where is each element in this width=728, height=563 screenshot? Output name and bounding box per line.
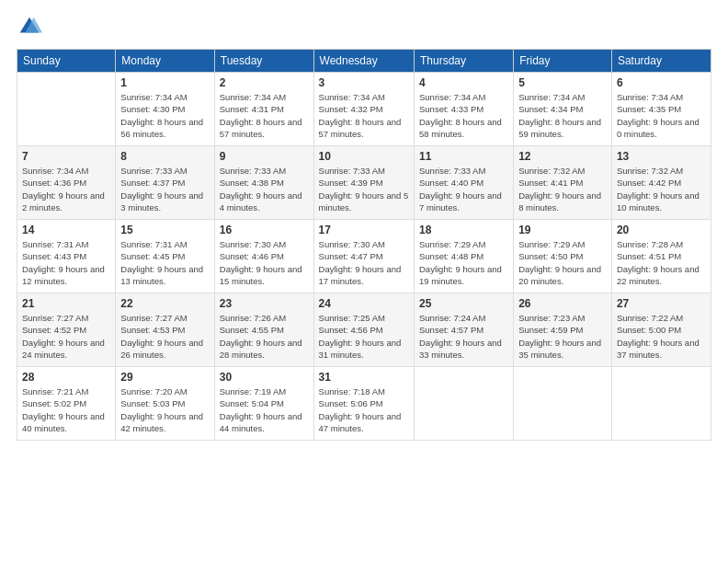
day-cell: 2Sunrise: 7:34 AMSunset: 4:31 PMDaylight… xyxy=(214,73,313,146)
weekday-header-saturday: Saturday xyxy=(611,50,711,73)
day-cell: 13Sunrise: 7:32 AMSunset: 4:42 PMDayligh… xyxy=(611,146,711,220)
week-row-4: 28Sunrise: 7:21 AMSunset: 5:02 PMDayligh… xyxy=(17,367,711,441)
day-info: Sunrise: 7:24 AMSunset: 4:57 PMDaylight:… xyxy=(419,312,508,361)
day-cell: 28Sunrise: 7:21 AMSunset: 5:02 PMDayligh… xyxy=(17,367,116,441)
day-number: 16 xyxy=(220,224,309,236)
day-cell: 8Sunrise: 7:33 AMSunset: 4:37 PMDaylight… xyxy=(116,146,214,220)
day-info: Sunrise: 7:21 AMSunset: 5:02 PMDaylight:… xyxy=(22,385,110,434)
day-cell: 9Sunrise: 7:33 AMSunset: 4:38 PMDaylight… xyxy=(214,146,313,220)
weekday-header-tuesday: Tuesday xyxy=(214,50,313,73)
day-number: 28 xyxy=(22,371,110,384)
day-number: 31 xyxy=(319,371,409,384)
day-info: Sunrise: 7:33 AMSunset: 4:38 PMDaylight:… xyxy=(220,165,309,213)
day-number: 17 xyxy=(319,224,409,236)
day-info: Sunrise: 7:18 AMSunset: 5:06 PMDaylight:… xyxy=(319,385,409,434)
day-cell: 31Sunrise: 7:18 AMSunset: 5:06 PMDayligh… xyxy=(313,367,414,441)
day-info: Sunrise: 7:34 AMSunset: 4:35 PMDaylight:… xyxy=(617,91,706,140)
day-number: 5 xyxy=(518,76,607,89)
day-number: 8 xyxy=(120,150,209,163)
day-number: 21 xyxy=(22,297,110,310)
day-cell xyxy=(611,367,711,441)
day-cell: 19Sunrise: 7:29 AMSunset: 4:50 PMDayligh… xyxy=(514,220,612,293)
day-info: Sunrise: 7:20 AMSunset: 5:03 PMDaylight:… xyxy=(120,385,209,434)
day-info: Sunrise: 7:27 AMSunset: 4:52 PMDaylight:… xyxy=(22,312,110,361)
day-cell xyxy=(514,367,612,441)
day-number: 2 xyxy=(220,76,309,89)
day-info: Sunrise: 7:32 AMSunset: 4:42 PMDaylight:… xyxy=(617,165,706,213)
day-number: 1 xyxy=(120,76,209,89)
day-info: Sunrise: 7:33 AMSunset: 4:40 PMDaylight:… xyxy=(419,165,508,213)
day-info: Sunrise: 7:22 AMSunset: 5:00 PMDaylight:… xyxy=(617,312,706,361)
day-info: Sunrise: 7:29 AMSunset: 4:50 PMDaylight:… xyxy=(518,238,607,287)
day-info: Sunrise: 7:33 AMSunset: 4:39 PMDaylight:… xyxy=(319,165,409,213)
day-info: Sunrise: 7:33 AMSunset: 4:37 PMDaylight:… xyxy=(120,165,209,213)
week-row-3: 21Sunrise: 7:27 AMSunset: 4:52 PMDayligh… xyxy=(17,293,711,367)
day-info: Sunrise: 7:30 AMSunset: 4:46 PMDaylight:… xyxy=(220,238,309,287)
day-info: Sunrise: 7:34 AMSunset: 4:30 PMDaylight:… xyxy=(120,91,209,140)
day-cell: 23Sunrise: 7:26 AMSunset: 4:55 PMDayligh… xyxy=(214,293,313,367)
week-row-1: 7Sunrise: 7:34 AMSunset: 4:36 PMDaylight… xyxy=(17,146,711,220)
week-row-0: 1Sunrise: 7:34 AMSunset: 4:30 PMDaylight… xyxy=(17,73,711,146)
day-number: 24 xyxy=(319,297,409,310)
day-number: 10 xyxy=(319,150,409,163)
day-cell: 18Sunrise: 7:29 AMSunset: 4:48 PMDayligh… xyxy=(415,220,514,293)
day-info: Sunrise: 7:34 AMSunset: 4:33 PMDaylight:… xyxy=(419,91,508,140)
day-cell: 25Sunrise: 7:24 AMSunset: 4:57 PMDayligh… xyxy=(415,293,514,367)
day-number: 23 xyxy=(220,297,309,310)
weekday-header-row: SundayMondayTuesdayWednesdayThursdayFrid… xyxy=(17,50,711,73)
day-cell: 16Sunrise: 7:30 AMSunset: 4:46 PMDayligh… xyxy=(214,220,313,293)
day-info: Sunrise: 7:27 AMSunset: 4:53 PMDaylight:… xyxy=(120,312,209,361)
logo-icon xyxy=(17,14,42,40)
day-number: 3 xyxy=(319,76,409,89)
day-number: 18 xyxy=(419,224,508,236)
day-cell: 21Sunrise: 7:27 AMSunset: 4:52 PMDayligh… xyxy=(17,293,116,367)
day-number: 4 xyxy=(419,76,508,89)
day-cell: 29Sunrise: 7:20 AMSunset: 5:03 PMDayligh… xyxy=(116,367,214,441)
day-cell: 27Sunrise: 7:22 AMSunset: 5:00 PMDayligh… xyxy=(611,293,711,367)
calendar-table: SundayMondayTuesdayWednesdayThursdayFrid… xyxy=(17,49,711,441)
day-cell: 22Sunrise: 7:27 AMSunset: 4:53 PMDayligh… xyxy=(116,293,214,367)
day-number: 12 xyxy=(518,150,607,163)
day-cell xyxy=(17,73,116,146)
day-cell: 17Sunrise: 7:30 AMSunset: 4:47 PMDayligh… xyxy=(313,220,414,293)
day-number: 20 xyxy=(617,224,706,236)
weekday-header-sunday: Sunday xyxy=(17,50,116,73)
day-cell: 15Sunrise: 7:31 AMSunset: 4:45 PMDayligh… xyxy=(116,220,214,293)
logo xyxy=(17,14,46,40)
day-info: Sunrise: 7:28 AMSunset: 4:51 PMDaylight:… xyxy=(617,238,706,287)
day-number: 29 xyxy=(120,371,209,384)
day-cell: 11Sunrise: 7:33 AMSunset: 4:40 PMDayligh… xyxy=(415,146,514,220)
day-cell: 1Sunrise: 7:34 AMSunset: 4:30 PMDaylight… xyxy=(116,73,214,146)
day-cell xyxy=(415,367,514,441)
day-cell: 14Sunrise: 7:31 AMSunset: 4:43 PMDayligh… xyxy=(17,220,116,293)
day-number: 26 xyxy=(518,297,607,310)
day-info: Sunrise: 7:25 AMSunset: 4:56 PMDaylight:… xyxy=(319,312,409,361)
day-info: Sunrise: 7:30 AMSunset: 4:47 PMDaylight:… xyxy=(319,238,409,287)
day-info: Sunrise: 7:34 AMSunset: 4:36 PMDaylight:… xyxy=(22,165,110,213)
day-cell: 6Sunrise: 7:34 AMSunset: 4:35 PMDaylight… xyxy=(611,73,711,146)
day-cell: 30Sunrise: 7:19 AMSunset: 5:04 PMDayligh… xyxy=(214,367,313,441)
day-cell: 12Sunrise: 7:32 AMSunset: 4:41 PMDayligh… xyxy=(514,146,612,220)
weekday-header-wednesday: Wednesday xyxy=(313,50,414,73)
day-info: Sunrise: 7:31 AMSunset: 4:43 PMDaylight:… xyxy=(22,238,110,287)
day-cell: 24Sunrise: 7:25 AMSunset: 4:56 PMDayligh… xyxy=(313,293,414,367)
day-cell: 26Sunrise: 7:23 AMSunset: 4:59 PMDayligh… xyxy=(514,293,612,367)
day-info: Sunrise: 7:34 AMSunset: 4:31 PMDaylight:… xyxy=(220,91,309,140)
day-info: Sunrise: 7:19 AMSunset: 5:04 PMDaylight:… xyxy=(220,385,309,434)
day-number: 19 xyxy=(518,224,607,236)
day-cell: 20Sunrise: 7:28 AMSunset: 4:51 PMDayligh… xyxy=(611,220,711,293)
day-cell: 10Sunrise: 7:33 AMSunset: 4:39 PMDayligh… xyxy=(313,146,414,220)
day-info: Sunrise: 7:32 AMSunset: 4:41 PMDaylight:… xyxy=(518,165,607,213)
weekday-header-friday: Friday xyxy=(514,50,612,73)
day-number: 11 xyxy=(419,150,508,163)
day-cell: 7Sunrise: 7:34 AMSunset: 4:36 PMDaylight… xyxy=(17,146,116,220)
day-cell: 4Sunrise: 7:34 AMSunset: 4:33 PMDaylight… xyxy=(415,73,514,146)
day-number: 15 xyxy=(120,224,209,236)
day-info: Sunrise: 7:23 AMSunset: 4:59 PMDaylight:… xyxy=(518,312,607,361)
weekday-header-thursday: Thursday xyxy=(415,50,514,73)
week-row-2: 14Sunrise: 7:31 AMSunset: 4:43 PMDayligh… xyxy=(17,220,711,293)
day-number: 13 xyxy=(617,150,706,163)
day-cell: 5Sunrise: 7:34 AMSunset: 4:34 PMDaylight… xyxy=(514,73,612,146)
day-number: 27 xyxy=(617,297,706,310)
day-info: Sunrise: 7:34 AMSunset: 4:34 PMDaylight:… xyxy=(518,91,607,140)
